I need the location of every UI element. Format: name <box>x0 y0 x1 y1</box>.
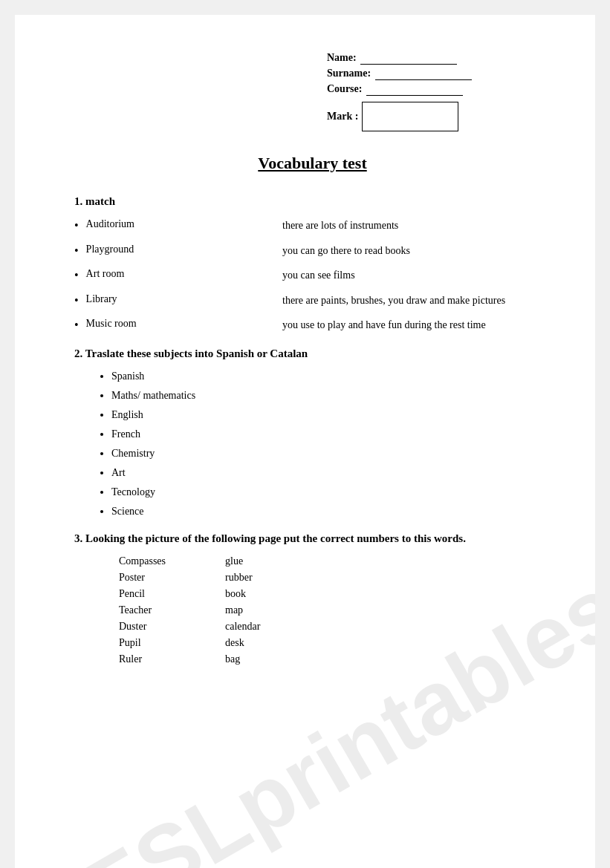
match-row: • Music room you use to play and have fu… <box>74 318 551 333</box>
match-term: Art room <box>86 268 125 280</box>
page-title: Vocabulary test <box>74 154 551 173</box>
match-definition: you use to play and have fun during the … <box>282 318 551 333</box>
word-item: Duster <box>119 621 166 633</box>
word-item: Poster <box>119 572 166 584</box>
course-label: Course: <box>327 83 362 94</box>
word-item: Ruler <box>119 653 166 665</box>
surname-label: Surname: <box>327 68 371 79</box>
match-definition: you can see films <box>282 268 551 283</box>
bullet-icon: • <box>74 244 79 258</box>
surname-underline <box>375 68 472 80</box>
section-3-header: 3. Looking the picture of the following … <box>74 532 551 545</box>
header-block: Name: Surname: Course: Mark : <box>327 52 551 131</box>
match-term: Library <box>86 293 117 305</box>
mark-label: Mark : <box>327 111 358 123</box>
word-item: bag <box>225 653 260 665</box>
match-rows: • Auditorium there are lots of instrumen… <box>74 218 551 333</box>
surname-line: Surname: <box>327 68 472 80</box>
section-1: 1. match • Auditorium there are lots of … <box>74 195 551 333</box>
section-1-header: 1. match <box>74 195 551 208</box>
list-item: Chemistry <box>111 448 551 460</box>
section-2: 2. Traslate these subjects into Spanish … <box>74 347 551 518</box>
name-label: Name: <box>327 52 357 63</box>
match-definition: there are lots of instruments <box>282 218 551 233</box>
list-item: English <box>111 409 551 421</box>
list-item: Tecnology <box>111 486 551 498</box>
bullet-icon: • <box>74 269 79 282</box>
match-term: Playground <box>86 244 134 255</box>
section-3: 3. Looking the picture of the following … <box>74 532 551 665</box>
match-row: • Playground you can go there to read bo… <box>74 244 551 258</box>
list-item: Maths/ mathematics <box>111 390 551 402</box>
word-item: Pencil <box>119 588 166 600</box>
bullet-icon: • <box>74 219 79 232</box>
course-underline <box>366 83 463 96</box>
mark-box: Mark : <box>327 102 458 131</box>
match-left: • Auditorium <box>74 218 282 232</box>
word-item: rubber <box>225 572 260 584</box>
mark-rect <box>362 102 458 131</box>
name-underline <box>360 52 457 65</box>
course-line: Course: <box>327 83 463 96</box>
word-item: Teacher <box>119 604 166 616</box>
word-col1: CompassesPosterPencilTeacherDusterPupilR… <box>119 555 166 665</box>
bullet-icon: • <box>74 294 79 307</box>
match-definition: you can go there to read books <box>282 244 551 258</box>
match-row: • Art room you can see films <box>74 268 551 283</box>
translate-list: SpanishMaths/ mathematicsEnglishFrenchCh… <box>111 371 551 518</box>
word-item: book <box>225 588 260 600</box>
list-item: Art <box>111 467 551 479</box>
word-item: calendar <box>225 621 260 633</box>
bullet-icon: • <box>74 319 79 332</box>
match-term: Auditorium <box>86 218 134 230</box>
match-row: • Auditorium there are lots of instrumen… <box>74 218 551 233</box>
word-item: Compasses <box>119 555 166 567</box>
match-left: • Music room <box>74 318 282 332</box>
match-definition: there are paints, brushes, you draw and … <box>282 293 551 308</box>
word-columns: CompassesPosterPencilTeacherDusterPupilR… <box>119 555 551 665</box>
word-item: glue <box>225 555 260 567</box>
list-item: Science <box>111 506 551 518</box>
word-item: desk <box>225 637 260 649</box>
word-col2: gluerubberbookmapcalendar deskbag <box>225 555 260 665</box>
match-left: • Library <box>74 293 282 307</box>
match-row: • Library there are paints, brushes, you… <box>74 293 551 308</box>
word-item: map <box>225 604 260 616</box>
list-item: Spanish <box>111 371 551 382</box>
list-item: French <box>111 428 551 440</box>
match-left: • Playground <box>74 244 282 258</box>
name-line: Name: <box>327 52 457 65</box>
section-2-header: 2. Traslate these subjects into Spanish … <box>74 347 551 360</box>
match-term: Music room <box>86 318 137 330</box>
page: ESLprintables.com Name: Surname: Course: <box>15 15 595 868</box>
match-left: • Art room <box>74 268 282 282</box>
word-item: Pupil <box>119 637 166 649</box>
